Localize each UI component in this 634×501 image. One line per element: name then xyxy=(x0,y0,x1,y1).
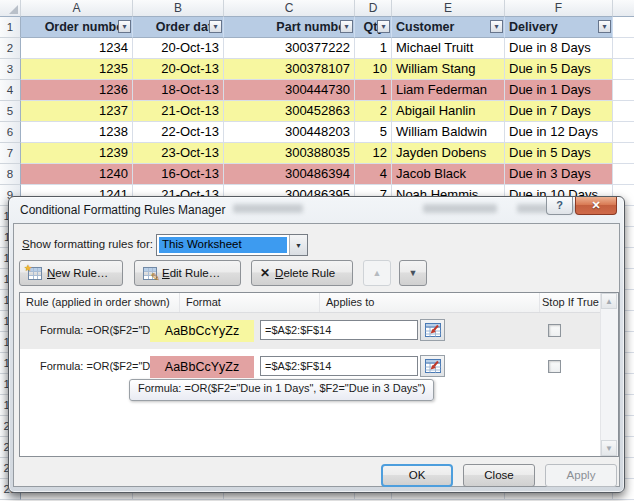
cell-F7[interactable]: Due in 5 Days xyxy=(505,143,613,164)
cell-B3[interactable]: 20-Oct-13 xyxy=(133,59,224,80)
row-header-1[interactable]: 1 xyxy=(0,17,21,38)
cell-E3[interactable]: William Stang xyxy=(392,59,505,80)
cell-C8[interactable]: 300486394 xyxy=(224,164,355,185)
cell-D8[interactable]: 4 xyxy=(355,164,392,185)
cell-C2[interactable]: 300377222 xyxy=(224,38,355,59)
cell-G4[interactable] xyxy=(613,80,634,101)
cell-D6[interactable]: 5 xyxy=(355,122,392,143)
stop-if-true-checkbox[interactable] xyxy=(548,324,561,337)
cell-A6[interactable]: 1238 xyxy=(21,122,133,143)
move-rule-up-button[interactable]: ▲ xyxy=(363,260,391,286)
cell-A2[interactable]: 1234 xyxy=(21,38,133,59)
cell-B7[interactable]: 23-Oct-13 xyxy=(133,143,224,164)
cell-G7[interactable] xyxy=(613,143,634,164)
cell-G3[interactable] xyxy=(613,59,634,80)
cell-F6[interactable]: Due in 12 Days xyxy=(505,122,613,143)
scroll-down-icon[interactable]: ▼ xyxy=(601,440,617,456)
cell-F4[interactable]: Due in 1 Days xyxy=(505,80,613,101)
cell-G6[interactable] xyxy=(613,122,634,143)
help-button[interactable]: ? xyxy=(546,197,573,215)
cell-D4[interactable]: 1 xyxy=(355,80,392,101)
row-header-2[interactable]: 2 xyxy=(0,38,21,59)
dialog-titlebar[interactable]: Conditional Formatting Rules Manager ? ✕ xyxy=(9,197,624,223)
filter-icon[interactable]: ▾ xyxy=(490,20,503,33)
filter-icon[interactable]: ▾ xyxy=(209,20,222,33)
rule-row-yellow[interactable]: Formula: =OR($F2="D… AaBbCcYyZz =$A$2:$F… xyxy=(20,313,601,349)
scroll-up-icon[interactable]: ▲ xyxy=(601,293,617,309)
ok-button[interactable]: OK xyxy=(381,464,453,487)
col-header-E[interactable]: E xyxy=(392,0,505,17)
cell-G5[interactable] xyxy=(613,101,634,122)
cell-C1[interactable]: Part number▾ xyxy=(224,17,355,38)
cell-B2[interactable]: 20-Oct-13 xyxy=(133,38,224,59)
filter-icon[interactable]: ▾ xyxy=(118,20,131,33)
cell-A1[interactable]: Order number▾ xyxy=(21,17,133,38)
cell-F2[interactable]: Due in 8 Days xyxy=(505,38,613,59)
col-header-C[interactable]: C xyxy=(224,0,355,17)
select-all-corner[interactable] xyxy=(0,0,21,17)
col-header-D[interactable]: D xyxy=(355,0,392,17)
filter-icon[interactable]: ▾ xyxy=(377,20,390,33)
cell-E8[interactable]: Jacob Black xyxy=(392,164,505,185)
row-header-6[interactable]: 6 xyxy=(0,122,21,143)
cell-F5[interactable]: Due in 7 Days xyxy=(505,101,613,122)
cell-D2[interactable]: 1 xyxy=(355,38,392,59)
cell-B5[interactable]: 21-Oct-13 xyxy=(133,101,224,122)
new-rule-button[interactable]: ★ New Rule… xyxy=(19,260,123,286)
cell-E4[interactable]: Liam Federman xyxy=(392,80,505,101)
cell-E1[interactable]: Customer▾ xyxy=(392,17,505,38)
cell-F8[interactable]: Due in 3 Days xyxy=(505,164,613,185)
cell-E2[interactable]: Michael Truitt xyxy=(392,38,505,59)
cell-B1[interactable]: Order date▾ xyxy=(133,17,224,38)
move-rule-down-button[interactable]: ▼ xyxy=(399,260,427,286)
close-button[interactable]: ✕ xyxy=(575,197,617,215)
cell-C5[interactable]: 300452863 xyxy=(224,101,355,122)
col-header-F[interactable]: F xyxy=(505,0,613,17)
chevron-down-icon[interactable]: ▼ xyxy=(289,235,307,255)
cell-G2[interactable] xyxy=(613,38,634,59)
cell-G1[interactable] xyxy=(613,17,634,38)
cell-E5[interactable]: Abigail Hanlin xyxy=(392,101,505,122)
cell-B8[interactable]: 16-Oct-13 xyxy=(133,164,224,185)
cell-G8[interactable] xyxy=(613,164,634,185)
cell-F1[interactable]: Delivery▾ xyxy=(505,17,613,38)
cell-A7[interactable]: 1239 xyxy=(21,143,133,164)
row-header-3[interactable]: 3 xyxy=(0,59,21,80)
cell-F3[interactable]: Due in 5 Days xyxy=(505,59,613,80)
col-header-B[interactable]: B xyxy=(133,0,224,17)
show-rules-dropdown[interactable]: This Worksheet ▼ xyxy=(156,234,308,256)
filter-icon[interactable]: ▾ xyxy=(598,20,611,33)
cell-D3[interactable]: 10 xyxy=(355,59,392,80)
row-header-5[interactable]: 5 xyxy=(0,101,21,122)
cell-B4[interactable]: 18-Oct-13 xyxy=(133,80,224,101)
cell-C3[interactable]: 300378107 xyxy=(224,59,355,80)
cell-C4[interactable]: 300444730 xyxy=(224,80,355,101)
cell-A8[interactable]: 1240 xyxy=(21,164,133,185)
cell-A5[interactable]: 1237 xyxy=(21,101,133,122)
cell-C6[interactable]: 300448203 xyxy=(224,122,355,143)
cell-D5[interactable]: 2 xyxy=(355,101,392,122)
cell-A4[interactable]: 1236 xyxy=(21,80,133,101)
stop-if-true-checkbox[interactable] xyxy=(548,360,561,373)
row-header-8[interactable]: 8 xyxy=(0,164,21,185)
cell-D7[interactable]: 12 xyxy=(355,143,392,164)
row-header-4[interactable]: 4 xyxy=(0,80,21,101)
col-header-A[interactable]: A xyxy=(21,0,133,17)
range-selector-button[interactable] xyxy=(420,355,445,377)
cell-E7[interactable]: Jayden Dobens xyxy=(392,143,505,164)
rules-list-scrollbar[interactable]: ▲ ▼ xyxy=(600,293,618,456)
cell-C7[interactable]: 300388035 xyxy=(224,143,355,164)
cell-B6[interactable]: 22-Oct-13 xyxy=(133,122,224,143)
edit-rule-button[interactable]: ✎ Edit Rule… xyxy=(134,260,241,286)
cell-A3[interactable]: 1235 xyxy=(21,59,133,80)
cell-E6[interactable]: William Baldwin xyxy=(392,122,505,143)
applies-to-field[interactable]: =$A$2:$F$14 xyxy=(260,320,418,340)
close-dialog-button[interactable]: Close xyxy=(463,464,535,487)
filter-icon[interactable]: ▾ xyxy=(340,20,353,33)
range-selector-button[interactable] xyxy=(420,319,445,341)
delete-rule-button[interactable]: ✕ Delete Rule xyxy=(251,260,353,286)
row-header-7[interactable]: 7 xyxy=(0,143,21,164)
cell-D1[interactable]: Qty.▾ xyxy=(355,17,392,38)
col-header-G-partial[interactable] xyxy=(613,0,634,17)
applies-to-field[interactable]: =$A$2:$F$14 xyxy=(260,356,418,376)
